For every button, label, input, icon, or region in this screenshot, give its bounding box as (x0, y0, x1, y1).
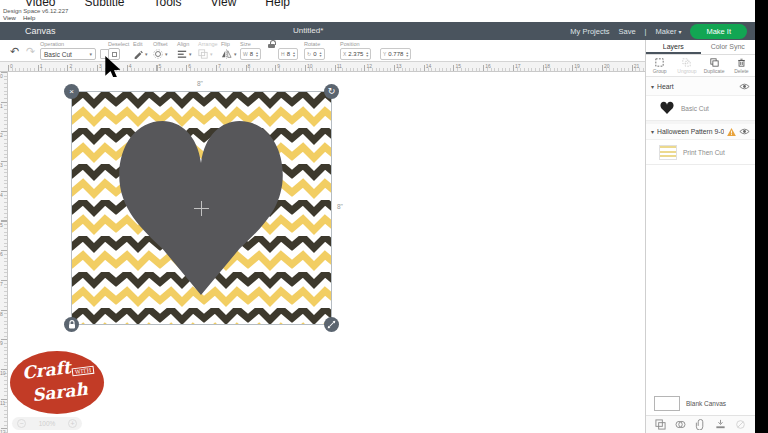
group-icon (655, 58, 664, 67)
ungroup-button[interactable]: Ungroup (673, 58, 700, 74)
zoom-control: − 100% + (12, 417, 82, 430)
rotate-label: Rotate (304, 41, 320, 47)
save-link[interactable]: Save (618, 27, 635, 36)
close-icon: × (69, 88, 74, 96)
duplicate-button[interactable]: Duplicate (701, 58, 728, 74)
zoom-out-button[interactable]: − (17, 419, 26, 428)
stepper-icon[interactable]: ▴▾ (256, 51, 258, 57)
group-button[interactable]: Group (646, 58, 673, 74)
collapse-caret-icon[interactable]: ▾ (651, 128, 654, 135)
warning-icon[interactable] (727, 128, 736, 136)
arrange-icon (198, 49, 208, 59)
layer-group-heart[interactable]: ▾ Heart (646, 77, 755, 95)
machine-select[interactable]: Maker▾ (656, 27, 682, 36)
slice-icon[interactable] (655, 419, 666, 430)
menu-subtitle[interactable]: Subtitle (84, 0, 124, 9)
resize-handle[interactable] (324, 317, 339, 332)
v-ruler: 0123456789101112 (0, 72, 8, 433)
layer-row-print-then-cut[interactable]: Print Then Cut (646, 139, 755, 165)
make-it-button[interactable]: Make It (690, 24, 747, 39)
mouse-cursor-icon (104, 56, 121, 77)
offset-icon (153, 49, 163, 59)
menu-tools[interactable]: Tools (154, 0, 182, 9)
chevron-down-icon: ▾ (234, 51, 237, 57)
document-title[interactable]: Untitled* (293, 22, 323, 40)
chevron-down-icon: ▾ (165, 51, 168, 57)
size-width-field[interactable]: W8 ▴▾ (240, 48, 261, 60)
craft-with-sarah-logo: Craft WITH Sarah (10, 351, 104, 414)
align-label: Align (177, 41, 189, 47)
arrange-button[interactable]: ▾ (198, 48, 213, 60)
chevron-down-icon: ▾ (678, 29, 681, 35)
position-y-field[interactable]: Y0.778 ▴▾ (380, 48, 411, 60)
layer-row-heart-basic-cut[interactable]: Basic Cut (646, 95, 755, 121)
selection-width-label: 8" (197, 80, 203, 87)
menu-view[interactable]: View (211, 0, 237, 9)
chevron-down-icon: ▾ (145, 51, 148, 57)
contour-icon[interactable] (735, 419, 746, 430)
app-menu-help[interactable]: Help (23, 15, 35, 21)
combine-icon[interactable] (675, 419, 686, 430)
align-icon (177, 49, 187, 59)
app-menu-view[interactable]: View (3, 15, 16, 21)
h-ruler: 0123456789101112131415161718192021 (0, 62, 645, 72)
selection-center-crosshair-icon (194, 201, 209, 216)
chevron-down-icon: ▾ (89, 51, 92, 57)
layers-actions-bar: Group Ungroup Duplicate Delete (646, 55, 755, 77)
rotate-handle[interactable]: ↻ (324, 84, 339, 99)
collapse-caret-icon[interactable]: ▾ (651, 83, 654, 90)
my-projects-link[interactable]: My Projects (570, 27, 609, 36)
stepper-icon[interactable]: ▴▾ (320, 51, 322, 57)
canvas-color-swatch[interactable] (654, 396, 680, 411)
operation-label: Operation (40, 41, 64, 47)
chevron-down-icon: ▾ (210, 51, 213, 57)
edit-label: Edit (133, 41, 142, 47)
edit-toolbar: ↶ ↷ Operation Basic Cut▾ Deselect Edit ▾… (0, 40, 645, 62)
arrange-label: Arrange (198, 41, 218, 47)
duplicate-icon (710, 58, 719, 67)
visibility-eye-icon[interactable] (739, 83, 750, 90)
resize-icon (327, 320, 336, 329)
offset-button[interactable]: ▾ (153, 48, 168, 60)
rotate-field[interactable]: ↻0 ▴▾ (304, 48, 325, 60)
delete-button[interactable]: Delete (728, 58, 755, 74)
operation-select[interactable]: Basic Cut▾ (40, 48, 96, 60)
pencil-icon (133, 49, 143, 59)
redo-icon[interactable]: ↷ (26, 45, 35, 57)
edit-button[interactable]: ▾ (133, 48, 148, 60)
size-height-field[interactable]: H8 ▴▾ (278, 48, 298, 60)
zoom-in-button[interactable]: + (68, 419, 77, 428)
lock-handle[interactable] (64, 317, 79, 332)
chevron-down-icon: ▾ (189, 51, 192, 57)
layer-tools-bar (646, 415, 755, 433)
stepper-icon[interactable]: ▴▾ (406, 51, 408, 57)
visibility-eye-icon[interactable] (739, 128, 750, 135)
offset-label: Offset (153, 41, 168, 47)
position-x-field[interactable]: X2.375 ▴▾ (340, 48, 371, 60)
blank-canvas-row: Blank Canvas (646, 391, 755, 415)
canvas-header: Canvas Untitled* My Projects Save | Make… (0, 22, 755, 40)
lock-icon (68, 320, 76, 329)
heart-thumbnail-icon (659, 101, 675, 115)
app-menubar: View Help (3, 15, 35, 21)
stepper-icon[interactable]: ▴▾ (366, 51, 368, 57)
attach-icon[interactable] (695, 419, 706, 430)
align-button[interactable]: ▾ (177, 48, 192, 60)
stepper-icon[interactable]: ▴▾ (293, 51, 295, 57)
page-title: Canvas (25, 22, 56, 40)
trash-icon (737, 58, 746, 67)
selection-height-label: 8" (337, 203, 343, 210)
flip-icon (221, 49, 232, 59)
flip-button[interactable]: ▾ (221, 48, 237, 60)
layers-panel: Layers Color Sync Group Ungroup Duplicat… (645, 40, 755, 433)
rotate-icon: ↻ (307, 51, 311, 57)
delete-handle[interactable]: × (64, 84, 79, 99)
flatten-icon[interactable] (715, 419, 726, 430)
rotate-icon: ↻ (328, 87, 336, 96)
menu-help[interactable]: Help (265, 0, 290, 9)
tab-color-sync[interactable]: Color Sync (701, 40, 756, 54)
layer-group-halloween-pattern[interactable]: ▾ Halloween Pattern 9-01 (646, 121, 755, 139)
undo-icon[interactable]: ↶ (10, 45, 19, 57)
size-lock-icon[interactable] (268, 40, 275, 48)
tab-layers[interactable]: Layers (646, 40, 701, 54)
